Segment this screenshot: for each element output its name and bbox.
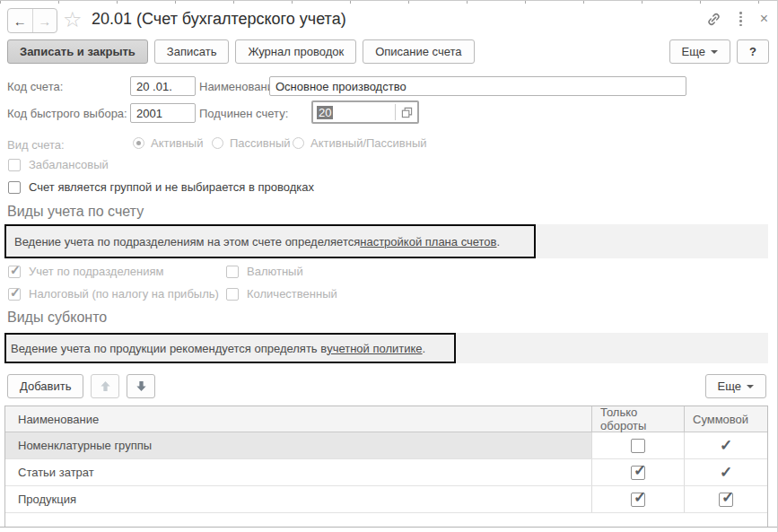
chevron-down-icon [711, 50, 718, 54]
help-button[interactable]: ? [737, 39, 769, 64]
offbalance-checkbox: Забалансовый [8, 158, 109, 171]
move-down-button[interactable] [127, 374, 155, 398]
sum-checkbox-checked[interactable]: ✓ [719, 493, 733, 507]
radio-icon [133, 137, 144, 149]
checkbox-icon [8, 159, 21, 171]
account-form-window: ← → ☆ 20.01 (Счет бухгалтерского учета) … [0, 0, 778, 532]
arrow-up-icon [100, 380, 111, 392]
more-button[interactable]: Еще [669, 39, 730, 64]
add-button[interactable]: Добавить [7, 374, 83, 398]
back-icon: ← [13, 13, 27, 29]
command-bar: Записать и закрыть Записать Журнал прово… [7, 39, 769, 64]
is-group-label: Счет является группой и не выбирается в … [29, 180, 314, 194]
checkbox-icon [8, 181, 21, 194]
close-icon[interactable]: × [760, 12, 768, 26]
parent-account-input[interactable]: 20 [311, 100, 419, 124]
radio-icon [293, 137, 304, 149]
window-menu-icon[interactable] [736, 11, 746, 27]
radio-active: Активный [133, 136, 203, 150]
currency-checkbox: Валютный [226, 265, 303, 278]
currency-label: Валютный [247, 265, 303, 278]
page-title: 20.01 (Счет бухгалтерского учета) [92, 10, 346, 29]
code-input[interactable] [130, 76, 196, 96]
get-link-icon[interactable] [706, 12, 721, 27]
save-button[interactable]: Записать [154, 39, 230, 64]
chart-settings-link[interactable]: настройкой плана счетов [360, 235, 496, 249]
by-department-checkbox: ✓ Учет по подразделениям [8, 265, 163, 278]
radio-active-passive: Активный/Пассивный [293, 136, 427, 150]
notice-text: Ведение учета по продукции рекомендуется… [11, 342, 327, 355]
move-up-button [91, 374, 119, 398]
favorite-star-icon[interactable]: ☆ [63, 7, 83, 32]
row-name[interactable]: Номенклатурные группы [5, 432, 592, 458]
notice-text: Ведение учета по подразделениям на этом … [14, 235, 360, 249]
back-button[interactable]: ← [8, 9, 33, 32]
header-sum[interactable]: Суммовой [685, 406, 767, 432]
notice-period: . [423, 342, 426, 355]
subconto-table: Наименование Только обороты Суммовой Ном… [4, 406, 768, 527]
save-and-close-button[interactable]: Записать и закрыть [7, 39, 148, 64]
turnover-checkbox-checked[interactable]: ✓ [631, 493, 645, 507]
chevron-down-icon [747, 385, 754, 388]
turnover-checkbox-checked[interactable]: ✓ [631, 466, 645, 480]
radio-passive: Пассивный [212, 136, 291, 150]
accounting-notice-highlight-box: Ведение учета по подразделениям на этом … [4, 224, 536, 258]
subconto-section-title: Виды субконто [7, 310, 107, 326]
table-header-row: Наименование Только обороты Суммовой [5, 406, 767, 432]
table-row[interactable]: Номенклатурные группы ✓ [5, 432, 767, 459]
row-name[interactable]: Статьи затрат [5, 459, 592, 485]
checkbox-icon [226, 288, 239, 301]
code-label: Код счета: [7, 80, 63, 93]
more-label: Еще [718, 379, 741, 393]
kind-label: Вид счета: [7, 138, 65, 152]
journal-button[interactable]: Журнал проводок [235, 39, 356, 64]
offbalance-label: Забалансовый [29, 158, 109, 171]
header-turnover-only[interactable]: Только обороты [592, 406, 685, 432]
table-row[interactable]: Статьи затрат ✓ ✓ [5, 459, 767, 486]
more-label: Еще [682, 45, 705, 58]
forward-icon: → [38, 13, 51, 29]
by-department-label: Учет по подразделениям [29, 265, 163, 278]
sum-check-icon: ✓ [720, 466, 732, 480]
radio-icon [212, 137, 223, 149]
table-more-button[interactable]: Еще [705, 374, 766, 398]
quick-code-label: Код быстрого выбора: [7, 107, 127, 120]
turnover-checkbox[interactable] [631, 439, 645, 453]
quick-code-input[interactable] [130, 103, 196, 123]
notice-period: . [497, 235, 501, 249]
radio-active-passive-label: Активный/Пассивный [310, 136, 427, 150]
parent-account-value: 20 [317, 106, 333, 119]
radio-active-label: Активный [151, 136, 203, 150]
sum-check-icon: ✓ [720, 439, 732, 453]
window-bottom-border [0, 527, 778, 528]
checkbox-icon [226, 266, 239, 278]
accounting-section-title: Виды учета по счету [7, 204, 144, 220]
accounting-policy-link[interactable]: учетной политике [327, 342, 422, 355]
window-top-edge [0, 0, 778, 4]
nav-history-group: ← → [7, 8, 57, 33]
description-button[interactable]: Описание счета [363, 39, 474, 64]
table-row[interactable]: Продукция ✓ ✓ [5, 486, 767, 513]
parent-account-label: Подчинен счету: [199, 107, 288, 120]
checkbox-checked-icon: ✓ [8, 288, 21, 301]
radio-passive-label: Пассивный [230, 136, 291, 150]
subconto-toolbar: Добавить Еще [7, 374, 766, 398]
quantitative-checkbox: Количественный [226, 287, 337, 301]
checkbox-checked-icon: ✓ [8, 266, 21, 278]
arrow-down-icon [135, 380, 147, 392]
subconto-notice-highlight-box: Ведение учета по продукции рекомендуется… [4, 333, 456, 363]
is-group-checkbox[interactable]: Счет является группой и не выбирается в … [8, 180, 314, 194]
row-name[interactable]: Продукция [5, 486, 592, 512]
forward-button: → [33, 9, 57, 32]
tax-checkbox: ✓ Налоговый (по налогу на прибыль) [8, 287, 219, 301]
tax-label: Налоговый (по налогу на прибыль) [29, 287, 219, 301]
name-input[interactable] [269, 76, 686, 96]
header-name[interactable]: Наименование [5, 406, 592, 432]
quantitative-label: Количественный [247, 287, 337, 301]
open-icon[interactable] [396, 102, 417, 122]
